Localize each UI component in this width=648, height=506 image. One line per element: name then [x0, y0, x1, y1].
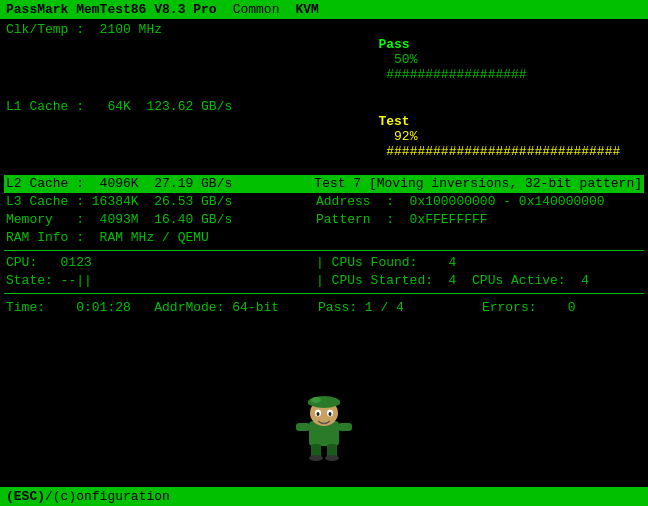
main-content: Clk/Temp : 2100 MHz Pass 50% ###########…	[0, 19, 648, 487]
ram-info-right	[314, 229, 644, 247]
divider-1	[4, 250, 644, 251]
test-bar: ##############################	[378, 144, 620, 159]
pass-pct: 50%	[378, 52, 417, 67]
memory-right: Pattern : 0xFFEFFFFF	[314, 211, 644, 229]
l2-cache-row: L2 Cache : 4096K 27.19 GB/s Test 7 [Movi…	[4, 175, 644, 193]
memory-left: Memory : 4093M 16.40 GB/s	[4, 211, 314, 229]
cpu-right-1: | CPUs Found: 4	[314, 254, 644, 272]
svg-point-7	[317, 412, 320, 416]
cpu-section: CPU: 0123 | CPUs Found: 4 State: --|| | …	[4, 254, 644, 290]
test-pct: 92%	[378, 129, 417, 144]
clk-temp-right: Pass 50% ##################	[314, 21, 644, 98]
mascot	[294, 391, 354, 465]
svg-point-8	[329, 412, 332, 416]
clk-temp-row: Clk/Temp : 2100 MHz Pass 50% ###########…	[4, 21, 644, 98]
l1-cache-left: L1 Cache : 64K 123.62 GB/s	[4, 98, 314, 175]
memory-row: Memory : 4093M 16.40 GB/s Pattern : 0xFF…	[4, 211, 644, 229]
title-bar: PassMark MemTest86 V8.3 Pro Common KVM	[0, 0, 648, 19]
svg-rect-9	[296, 423, 310, 431]
l2-cache-left: L2 Cache : 4096K 27.19 GB/s	[4, 175, 312, 193]
info-grid: Clk/Temp : 2100 MHz Pass 50% ###########…	[4, 21, 644, 247]
ram-info-left: RAM Info : RAM MHz / QEMU	[4, 229, 314, 247]
svg-point-4	[311, 397, 321, 403]
l3-cache-row: L3 Cache : 16384K 26.53 GB/s Address : 0…	[4, 193, 644, 211]
l3-cache-right: Address : 0x100000000 - 0x140000000	[314, 193, 644, 211]
bottom-bar: (ESC)/(c)onfiguration	[0, 487, 648, 506]
pass-bar: ##################	[378, 67, 526, 82]
cpu-left-1: CPU: 0123	[4, 254, 314, 272]
kvm-label: KVM	[295, 2, 318, 17]
l1-cache-right: Test 92% ##############################	[314, 98, 644, 175]
time-row: Time: 0:01:28 AddrMode: 64-bit Pass: 1 /…	[4, 299, 644, 317]
divider-2	[4, 293, 644, 294]
svg-point-14	[325, 455, 339, 461]
pass-label: Pass	[378, 37, 409, 52]
svg-point-13	[309, 455, 323, 461]
esc-label: (ESC)	[6, 489, 45, 504]
cpu-right-2: | CPUs Started: 4 CPUs Active: 4	[314, 272, 644, 290]
common-label: Common	[233, 2, 280, 17]
cpu-row-1: CPU: 0123 | CPUs Found: 4	[4, 254, 644, 272]
l1-cache-row: L1 Cache : 64K 123.62 GB/s Test 92% ####…	[4, 98, 644, 175]
test-label: Test	[378, 114, 409, 129]
svg-rect-10	[338, 423, 352, 431]
app-brand: PassMark MemTest86 V8.3 Pro	[6, 2, 217, 17]
config-label: /(c)onfiguration	[45, 489, 170, 504]
cpu-left-2: State: --||	[4, 272, 314, 290]
ram-info-row: RAM Info : RAM MHz / QEMU	[4, 229, 644, 247]
cpu-row-2: State: --|| | CPUs Started: 4 CPUs Activ…	[4, 272, 644, 290]
clk-temp-left: Clk/Temp : 2100 MHz	[4, 21, 314, 98]
l3-cache-left: L3 Cache : 16384K 26.53 GB/s	[4, 193, 314, 211]
mascot-area	[4, 317, 644, 485]
l2-cache-right: Test 7 [Moving inversions, 32-bit patter…	[312, 175, 644, 193]
